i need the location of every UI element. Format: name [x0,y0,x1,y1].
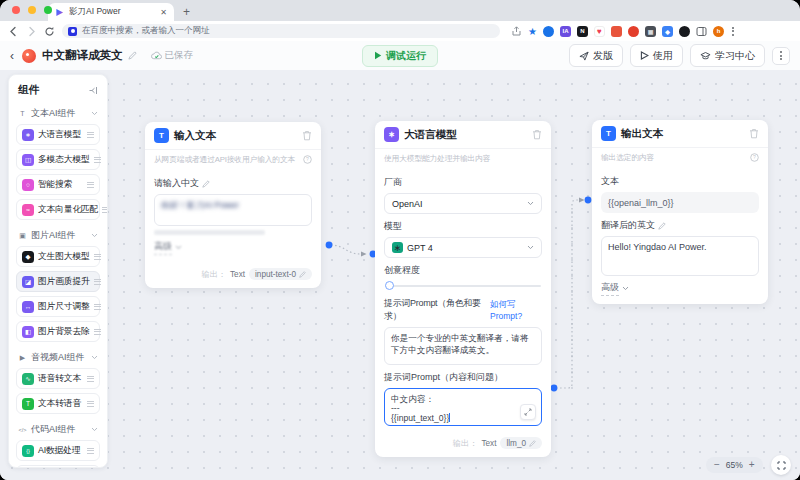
component-item-ai-data[interactable]: {} AI数据处理 [16,440,100,461]
drag-handle-icon[interactable] [87,132,94,138]
maximize-window-button[interactable] [44,6,52,14]
new-tab-button[interactable]: + [183,5,190,19]
panel-title: 组件 [18,83,39,97]
delete-node-icon[interactable] [302,130,312,141]
ext-ia-icon[interactable]: IA [560,26,571,37]
prompt-help-link[interactable]: 如何写Prompt? [490,299,542,321]
output-id-pill[interactable]: input-text-0 [249,268,312,280]
section-code-ai[interactable]: </> 代码AI组件 [9,418,107,440]
model-select[interactable]: ∗ GPT 4 [384,237,542,258]
delete-node-icon[interactable] [749,128,759,139]
learn-center-button[interactable]: 学习中心 [690,44,765,67]
browser-menu-icon[interactable] [730,27,736,36]
drag-handle-icon[interactable] [87,182,94,188]
node-output-text[interactable]: T 输出文本 输出选定的内容 ? 文本 {{openai_llm_0}} 翻译后… [592,120,768,304]
chevron-down-icon [527,245,534,250]
ext-notion-icon[interactable]: N [577,26,588,37]
zoom-out-button[interactable]: − [714,458,720,472]
drag-handle-icon[interactable] [94,279,101,285]
drag-handle-icon[interactable] [87,376,94,382]
sidebar-panel-icon[interactable] [696,26,707,37]
node-input-text[interactable]: T 输入文本 从网页端或者通过API接收用户输入的文本 ? 请输入中文 你好！影… [145,122,321,288]
drag-handle-icon[interactable] [94,304,101,310]
ext-capture-icon[interactable]: ▦ [645,26,656,37]
component-item-multimodal[interactable]: ◫ 多模态大模型 [16,149,100,170]
ext-red-dot-icon[interactable] [628,26,639,37]
drag-handle-icon[interactable] [87,401,94,407]
close-tab-icon[interactable]: ✕ [160,8,167,17]
component-item-smart-search[interactable]: ○ 智能搜索 [16,174,100,195]
prompt-role-textarea[interactable]: 你是一个专业的中英文翻译者，请将下方中文内容翻译成英文。 [384,327,542,365]
creativity-slider[interactable] [385,281,541,291]
debug-run-button[interactable]: 调试运行 [362,45,438,67]
bookmark-star-icon[interactable]: ★ [528,26,537,37]
input-text-area[interactable]: 你好！影刀AI Power [154,194,312,226]
close-window-button[interactable] [12,6,20,14]
more-options-button[interactable] [772,47,790,65]
address-bar[interactable]: 在百度中搜索，或者输入一个网址 [62,24,500,38]
share-icon[interactable] [511,26,522,37]
collapse-panel-icon[interactable] [89,86,98,95]
forward-icon[interactable] [26,26,37,37]
component-item-text2image[interactable]: ◆ 文生图大模型 [16,246,100,267]
ext-paw-icon[interactable] [679,26,690,37]
component-item-llm[interactable]: ∗ 大语言模型 [16,124,100,145]
drag-handle-icon[interactable] [94,157,101,163]
use-button[interactable]: 使用 [630,44,683,67]
window-controls[interactable] [12,6,52,14]
zoom-in-button[interactable]: + [749,458,755,472]
slider-knob[interactable] [385,281,394,290]
yingdao-favicon-icon [55,8,64,17]
edit-icon[interactable] [202,180,210,188]
ext-pocket-icon[interactable]: ♥ [594,26,605,37]
drag-handle-icon[interactable] [94,254,101,260]
output-id-pill[interactable]: llm_0 [500,437,542,449]
text-section-icon: T [18,110,27,117]
section-image-ai[interactable]: ▣ 图片AI组件 [9,224,107,246]
vendor-select[interactable]: OpenAI [384,193,542,214]
prompt-role-label: 提示词Prompt（角色和要求） [384,297,487,323]
component-item-image-resize[interactable]: ↔ 图片尺寸调整 [16,296,100,317]
node-llm[interactable]: ∗ 大语言模型 使用大模型能力处理并输出内容 厂商 OpenAI 模型 ∗ GP… [375,121,551,457]
advanced-toggle[interactable]: 高级 [154,240,312,255]
ext-shield-icon[interactable]: ◆ [662,26,673,37]
edit-icon[interactable] [658,222,666,230]
fit-view-button[interactable] [771,455,791,475]
port-output-in [585,197,592,204]
advanced-toggle[interactable]: 高级 [601,281,759,296]
component-item-speech2text[interactable]: ∿ 语音转文本 [16,368,100,389]
edge-llm-to-output [556,200,579,388]
reload-icon[interactable] [44,26,55,37]
workflow-canvas[interactable]: 组件 T 文本AI组件 ∗ 大语言模型 ◫ 多模态大模型 ○ 智能搜索 [0,70,800,480]
section-text-ai[interactable]: T 文本AI组件 [9,102,107,124]
component-item-text2speech[interactable]: T 文本转语音 [16,393,100,414]
output-label: 输出： [453,438,478,449]
component-item-ai-general[interactable]: ∗ AI通用处理 [16,465,100,468]
section-av-ai[interactable]: ▶ 音视频AI组件 [9,346,107,368]
back-icon[interactable] [8,26,19,37]
ext-globe-icon[interactable] [543,26,554,37]
llm-node-icon: ∗ [384,127,399,142]
component-item-bg-remove[interactable]: ◧ 图片背景去除 [16,321,100,342]
component-item-image-enhance[interactable]: ◪ 图片画质提升 [16,271,100,292]
component-item-vector-match[interactable]: ≈ 文本向量化匹配 [16,199,100,220]
vector-icon: ≈ [22,204,34,216]
drag-handle-icon[interactable] [102,207,108,213]
zoom-control[interactable]: − 65% + [706,457,763,473]
drag-handle-icon[interactable] [87,448,94,454]
app-back-button[interactable]: ‹ [10,49,14,63]
ext-orange-icon[interactable] [611,26,622,37]
prompt-content-textarea[interactable]: 中文内容： --- {{input_text_0}} [384,388,542,426]
profile-avatar[interactable]: h [713,26,724,37]
delete-node-icon[interactable] [532,129,542,140]
minimize-window-button[interactable] [28,6,36,14]
result-textarea[interactable]: Hello! Yingdao AI Power. [601,236,759,276]
help-circle-icon[interactable]: ? [750,153,759,162]
drag-handle-icon[interactable] [94,329,101,335]
expand-textarea-icon[interactable] [520,404,536,420]
edit-title-icon[interactable] [128,51,137,60]
browser-tab[interactable]: 影刀AI Power ✕ [48,3,174,21]
text-variable-input[interactable]: {{openai_llm_0}} [601,192,759,213]
help-circle-icon[interactable]: ? [303,155,312,164]
publish-button[interactable]: 发版 [569,44,623,67]
